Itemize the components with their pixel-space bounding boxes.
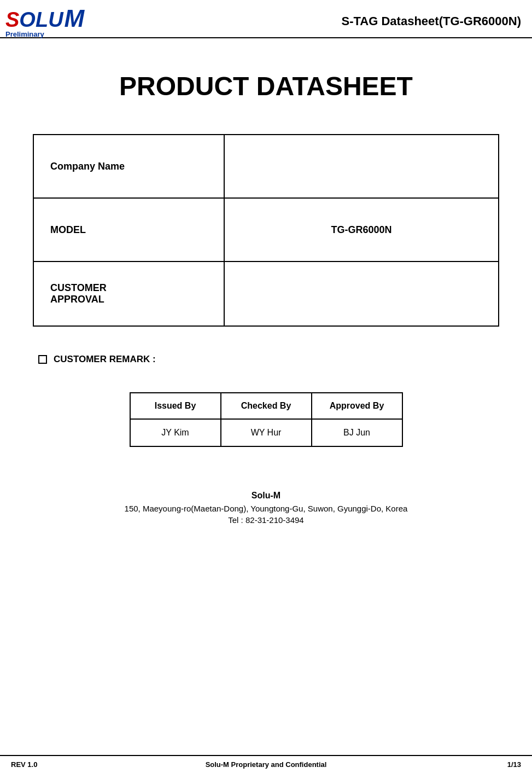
page-number: 1/13 <box>394 760 521 769</box>
issued-by-header: Issued By <box>130 393 221 419</box>
rev-label: REV 1.0 <box>11 760 138 769</box>
footer-address: 150, Maeyoung-ro(Maetan-Dong), Youngtong… <box>33 504 499 513</box>
header-title-area: S-TAG Datasheet(TG-GR6000N) <box>104 14 521 28</box>
footer-company-name: Solu-M <box>33 491 499 501</box>
approved-by-value: BJ Jun <box>312 419 402 446</box>
main-content: PRODUCT DATASHEET Company Name MODEL TG-… <box>0 38 532 579</box>
approved-by-header: Approved By <box>312 393 402 419</box>
remark-section: CUSTOMER REMARK : <box>33 354 499 365</box>
approval-table-wrapper: Issued By Checked By Approved By JY Kim … <box>33 392 499 447</box>
customer-approval-value <box>224 261 499 326</box>
model-label: MODEL <box>33 198 224 261</box>
logo-area: S OLU M Preliminary <box>5 5 104 38</box>
info-table: Company Name MODEL TG-GR6000N CUSTOMERAP… <box>33 134 499 327</box>
logo-m: M <box>65 5 85 32</box>
table-row: MODEL TG-GR6000N <box>33 198 499 261</box>
company-name-label: Company Name <box>33 135 224 198</box>
logo-olu: OLU <box>19 8 63 32</box>
logo-s: S <box>5 8 19 32</box>
issued-by-value: JY Kim <box>130 419 221 446</box>
approval-table: Issued By Checked By Approved By JY Kim … <box>130 392 403 447</box>
table-row: JY Kim WY Hur BJ Jun <box>130 419 402 446</box>
table-row: Issued By Checked By Approved By <box>130 393 402 419</box>
customer-approval-label: CUSTOMERAPPROVAL <box>33 261 224 326</box>
checked-by-value: WY Hur <box>221 419 312 446</box>
checked-by-header: Checked By <box>221 393 312 419</box>
page-title: PRODUCT DATASHEET <box>33 71 499 101</box>
model-value: TG-GR6000N <box>224 198 499 261</box>
footer-tel: Tel : 82-31-210-3494 <box>33 515 499 525</box>
table-row: Company Name <box>33 135 499 198</box>
table-row: CUSTOMERAPPROVAL <box>33 261 499 326</box>
remark-checkbox-icon <box>38 355 47 364</box>
remark-label: CUSTOMER REMARK : <box>54 354 156 365</box>
preliminary-label: Preliminary <box>5 30 84 38</box>
company-name-value <box>224 135 499 198</box>
confidential-label: Solu-M Proprietary and Confidential <box>138 760 394 769</box>
header-title: S-TAG Datasheet(TG-GR6000N) <box>342 14 521 28</box>
logo: S OLU M Preliminary <box>5 5 84 38</box>
footer-info: Solu-M 150, Maeyoung-ro(Maetan-Dong), Yo… <box>33 491 499 525</box>
page-header: S OLU M Preliminary S-TAG Datasheet(TG-G… <box>0 0 532 38</box>
bottom-footer: REV 1.0 Solu-M Proprietary and Confident… <box>0 755 532 773</box>
